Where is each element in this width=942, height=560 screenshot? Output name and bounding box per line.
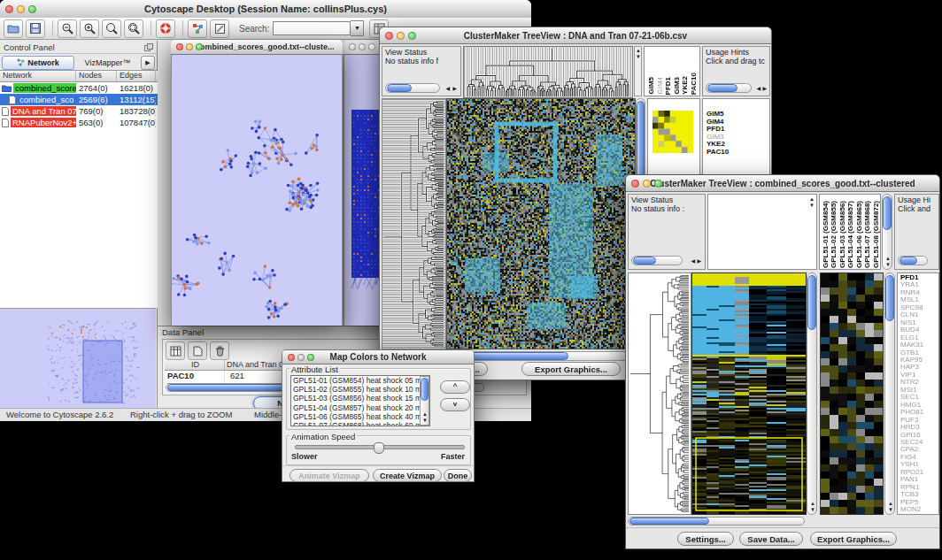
attribute-list-item[interactable]: GPL51-02 (GSM855) heat shock 10 min <box>293 385 429 394</box>
animation-speed-slider[interactable] <box>295 445 465 449</box>
zoom-selected-icon[interactable] <box>124 19 143 38</box>
save-icon[interactable] <box>26 19 45 38</box>
row-label[interactable]: PAC10 <box>706 149 769 157</box>
close-button[interactable] <box>349 43 356 50</box>
view-status-hscrollbar[interactable] <box>631 256 683 265</box>
scroll-right-icon[interactable]: ▶ <box>697 258 701 264</box>
close-button[interactable] <box>288 354 295 361</box>
treeview1-heatmap[interactable] <box>446 98 636 349</box>
scroll-right-icon[interactable]: ▶ <box>452 86 457 91</box>
treeview2-zoom-heatmap[interactable] <box>820 272 884 515</box>
dialog-titlebar[interactable]: Map Colors to Network <box>282 350 474 364</box>
treeview2-titlebar[interactable]: ClusterMaker TreeView : combined_scores_… <box>626 175 939 192</box>
open-folder-icon[interactable] <box>4 19 23 38</box>
zoom-button[interactable] <box>654 180 662 188</box>
close-button[interactable] <box>5 5 13 13</box>
search-dropdown-button[interactable]: ▼ <box>351 20 364 36</box>
network-window-titlebar[interactable]: combined_scores_good.txt--cluste... <box>171 40 343 55</box>
attribute-list-item[interactable]: GPL51-04 (GSM857) heat shock 20 min <box>293 403 429 412</box>
treeview1-titlebar[interactable]: ClusterMaker TreeView : DNA and Tran 07-… <box>380 27 771 44</box>
scroll-up-icon[interactable]: ▲ <box>810 501 815 506</box>
zoom-fit-icon[interactable] <box>102 19 121 38</box>
minimize-button[interactable] <box>359 43 366 50</box>
treeview2-heatmap-vscrollbar[interactable]: ▲ ▼ <box>807 272 817 515</box>
scroll-down-icon[interactable]: ▼ <box>888 507 893 512</box>
window-controls[interactable] <box>5 5 36 13</box>
zoom-in-icon[interactable] <box>80 19 99 38</box>
attribute-list[interactable]: GPL51-01 (GSM854) heat shock 05 minGPL51… <box>290 375 430 426</box>
treeview1-button-export-graphics-[interactable]: Export Graphics... <box>521 362 621 376</box>
treeview2-zoom-vscrollbar[interactable]: ▲ ▼ <box>884 272 895 515</box>
network-import-icon[interactable] <box>188 19 207 38</box>
view-status-hscrollbar[interactable] <box>385 83 440 93</box>
attribute-select-icon[interactable] <box>166 341 185 360</box>
scroll-down-icon[interactable]: ▼ <box>809 203 815 208</box>
minimize-button[interactable] <box>186 43 193 50</box>
network-canvas[interactable] <box>171 55 343 326</box>
treeview1-dendro-scroll-strip[interactable]: ▲ ▼ <box>634 46 642 96</box>
minimize-button[interactable] <box>397 32 405 40</box>
tab-vizmapper[interactable]: VizMapper™ <box>76 56 139 70</box>
close-button[interactable] <box>385 32 393 40</box>
zoom-button[interactable] <box>307 354 314 361</box>
delete-attribute-icon[interactable] <box>210 341 229 360</box>
scroll-up-icon[interactable]: ▲ <box>885 256 891 261</box>
annotation-icon[interactable] <box>210 19 229 38</box>
scroll-up-icon[interactable]: ▲ <box>809 196 815 202</box>
treeview2-button-settings-[interactable]: Settings... <box>677 532 734 546</box>
help-lifering-icon[interactable] <box>156 19 175 38</box>
dialog-button-create-vizmap[interactable]: Create Vizmap <box>373 469 442 482</box>
treeview2-button-export-graphics-[interactable]: Export Graphics... <box>810 532 897 546</box>
zoom-button[interactable] <box>196 43 203 50</box>
scroll-down-icon[interactable]: ▼ <box>636 54 641 59</box>
search-input[interactable] <box>273 21 351 35</box>
tab-network[interactable]: Network <box>2 56 74 70</box>
minimize-button[interactable] <box>643 180 651 188</box>
move-up-button[interactable]: ^ <box>440 380 470 394</box>
close-button[interactable] <box>631 180 639 188</box>
tab-overflow-arrow[interactable]: ▶ <box>141 56 155 70</box>
scroll-right-icon[interactable]: ▶ <box>762 86 767 91</box>
move-down-button[interactable]: v <box>440 398 470 411</box>
network-table-row[interactable]: RNAPuberNov2+563(0)107847(0) <box>0 117 158 128</box>
column-header-network[interactable]: Network <box>0 71 76 81</box>
network-table-row[interactable]: DNA and Tran 07769(0)183728(0) <box>0 105 158 117</box>
attribute-list-item[interactable]: GPL51-03 (GSM856) heat shock 15 min <box>293 394 429 403</box>
minimize-button[interactable] <box>17 5 25 13</box>
scroll-down-icon[interactable]: ▼ <box>422 418 428 423</box>
gene-label[interactable]: MON2 <box>900 506 938 513</box>
treeview2-column-dendrogram[interactable]: ▲ ▼ <box>707 194 817 270</box>
float-panel-icon[interactable] <box>144 39 153 55</box>
close-button[interactable] <box>176 43 183 50</box>
treeview2-hscrollbar[interactable] <box>628 517 805 525</box>
network-table-row[interactable]: combined_sco2569(6)13112(15) <box>0 94 158 105</box>
usage-hints-hscrollbar[interactable] <box>898 256 928 265</box>
attribute-list-item[interactable]: GPL51-06 (GSM865) heat shock 40 min <box>293 412 429 421</box>
scroll-up-icon[interactable]: ▲ <box>636 48 641 53</box>
column-header[interactable]: ID <box>165 360 225 370</box>
column-header-edges[interactable]: Edges <box>117 71 156 81</box>
column-header-nodes[interactable]: Nodes <box>76 71 117 81</box>
scroll-left-icon[interactable]: ◀ <box>756 86 761 91</box>
scroll-down-icon[interactable]: ▼ <box>885 262 891 267</box>
scroll-left-icon[interactable]: ◀ <box>691 258 695 264</box>
slider-thumb[interactable] <box>374 442 384 454</box>
attribute-list-item[interactable]: GPL51-07 (GSM868) heat shock 60 min <box>293 421 429 426</box>
zoom-button[interactable] <box>408 32 416 40</box>
treeview1-summary-matrix[interactable] <box>652 111 693 153</box>
usage-hints-hscrollbar[interactable] <box>706 83 752 93</box>
minimize-button[interactable] <box>297 354 305 361</box>
network-table-row[interactable]: combined_scores2764(0)16218(0) <box>0 82 158 94</box>
main-titlebar[interactable]: Cytoscape Desktop (Session Name: collins… <box>0 0 531 19</box>
zoom-button[interactable] <box>28 5 36 13</box>
treeview1-column-dendrogram[interactable] <box>463 46 633 98</box>
scroll-up-icon[interactable]: ▲ <box>422 411 428 417</box>
treeview2-global-heatmap[interactable] <box>691 272 807 515</box>
treeview1-row-dendrogram[interactable] <box>382 98 446 349</box>
scroll-down-icon[interactable]: ▼ <box>810 507 815 512</box>
treeview2-button-save-data-[interactable]: Save Data... <box>739 532 803 546</box>
new-attribute-icon[interactable] <box>188 341 207 360</box>
birdseye-view[interactable] <box>0 308 156 409</box>
treeview2-labels-vscrollbar[interactable]: ▲ ▼ <box>882 194 892 270</box>
scroll-up-icon[interactable]: ▲ <box>888 501 893 506</box>
